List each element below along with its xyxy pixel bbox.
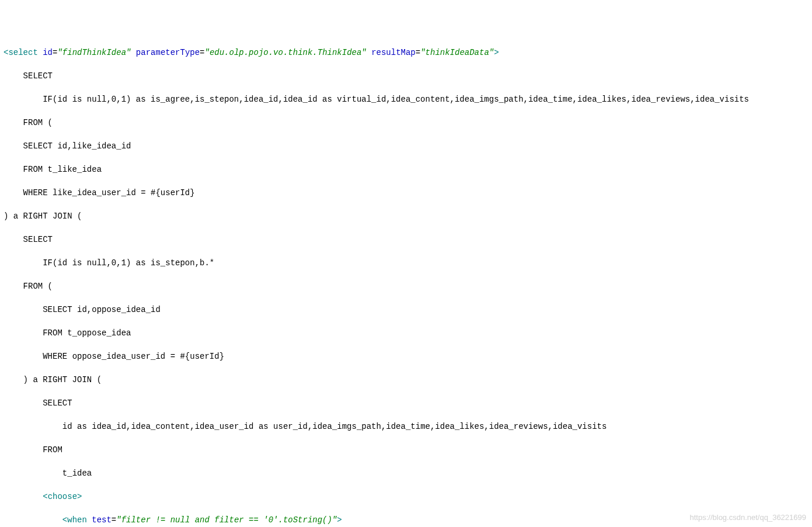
code-token: "findThinkIdea" <box>57 48 131 57</box>
indent <box>4 352 43 361</box>
code-line: IF(id is null,0,1) as is_stepon,b.* <box>0 257 812 269</box>
code-token: = <box>416 48 420 57</box>
code-token: ) a RIGHT JOIN ( <box>23 375 102 384</box>
code-line: FROM t_oppose_idea <box>0 327 812 339</box>
code-token: FROM ( <box>23 282 53 291</box>
code-token: SELECT <box>23 235 53 244</box>
code-line: FROM ( <box>0 117 812 129</box>
code-line: SELECT <box>0 397 812 409</box>
indent <box>4 515 62 525</box>
code-token: select <box>8 48 43 57</box>
indent <box>4 95 43 104</box>
indent <box>4 398 43 408</box>
code-token: choose <box>48 492 77 501</box>
code-block: <select id="findThinkIdea" parameterType… <box>0 47 812 527</box>
code-line: WHERE like_idea_user_id = #{userId} <box>0 187 812 199</box>
indent <box>4 188 23 197</box>
code-line: FROM t_like_idea <box>0 164 812 175</box>
code-token: when <box>67 515 92 525</box>
code-token: < <box>43 492 47 501</box>
code-line: ) a RIGHT JOIN ( <box>0 210 812 222</box>
code-token: = <box>200 48 204 57</box>
indent <box>4 71 23 81</box>
code-token: SELECT <box>23 71 53 81</box>
code-line: id as idea_id,idea_content,idea_user_id … <box>0 421 812 432</box>
code-token: t_idea <box>62 469 92 478</box>
code-token: ) a RIGHT JOIN ( <box>4 212 82 221</box>
code-line: FROM ( <box>0 280 812 292</box>
code-token: parameterType <box>131 48 200 57</box>
code-token: < <box>62 515 67 525</box>
indent <box>4 258 43 268</box>
code-line: WHERE oppose_idea_user_id = #{userId} <box>0 351 812 362</box>
code-token: FROM t_like_idea <box>23 165 102 174</box>
code-token: IF(id is null,0,1) as is_agree,is_stepon… <box>43 95 749 104</box>
indent <box>4 375 23 384</box>
code-token: FROM ( <box>23 118 53 127</box>
indent <box>4 305 43 314</box>
code-token: FROM t_oppose_idea <box>43 328 131 338</box>
indent <box>4 165 23 174</box>
code-token: WHERE oppose_idea_user_id = #{userId} <box>43 352 224 361</box>
code-token: > <box>337 515 341 525</box>
code-line: SELECT id,like_idea_id <box>0 140 812 152</box>
indent <box>4 492 43 501</box>
code-token: id as idea_id,idea_content,idea_user_id … <box>62 422 607 431</box>
code-token: = <box>111 515 116 525</box>
code-token: id <box>43 48 53 57</box>
indent <box>4 235 23 244</box>
code-token: "edu.olp.pojo.vo.think.ThinkIdea" <box>205 48 367 57</box>
code-line: t_idea <box>0 467 812 479</box>
indent <box>4 282 23 291</box>
code-token: test <box>92 515 111 525</box>
code-token: FROM <box>43 445 62 455</box>
code-token: "filter != null and filter == '0'.toStri… <box>116 515 337 525</box>
code-line: <select id="findThinkIdea" parameterType… <box>0 47 812 58</box>
code-token: > <box>77 492 82 501</box>
code-token: SELECT id,like_idea_id <box>23 141 131 151</box>
code-line: ) a RIGHT JOIN ( <box>0 374 812 386</box>
code-line: FROM <box>0 444 812 456</box>
code-line: SELECT <box>0 234 812 245</box>
indent <box>4 328 43 338</box>
code-token: > <box>494 48 499 57</box>
indent <box>4 118 23 127</box>
code-line: IF(id is null,0,1) as is_agree,is_stepon… <box>0 93 812 105</box>
code-line: SELECT id,oppose_idea_id <box>0 304 812 315</box>
code-token: WHERE like_idea_user_id = #{userId} <box>23 188 195 197</box>
indent <box>4 141 23 151</box>
code-line: <when test="filter != null and filter ==… <box>0 514 812 526</box>
indent <box>4 469 62 478</box>
code-token: resultMap <box>367 48 416 57</box>
code-token: SELECT id,oppose_idea_id <box>43 305 161 314</box>
code-line: SELECT <box>0 70 812 82</box>
code-token: "thinkIdeaData" <box>420 48 494 57</box>
code-token: IF(id is null,0,1) as is_stepon,b.* <box>43 258 214 268</box>
code-token: SELECT <box>43 398 72 408</box>
indent <box>4 445 43 455</box>
indent <box>4 422 62 431</box>
code-line: <choose> <box>0 491 812 502</box>
